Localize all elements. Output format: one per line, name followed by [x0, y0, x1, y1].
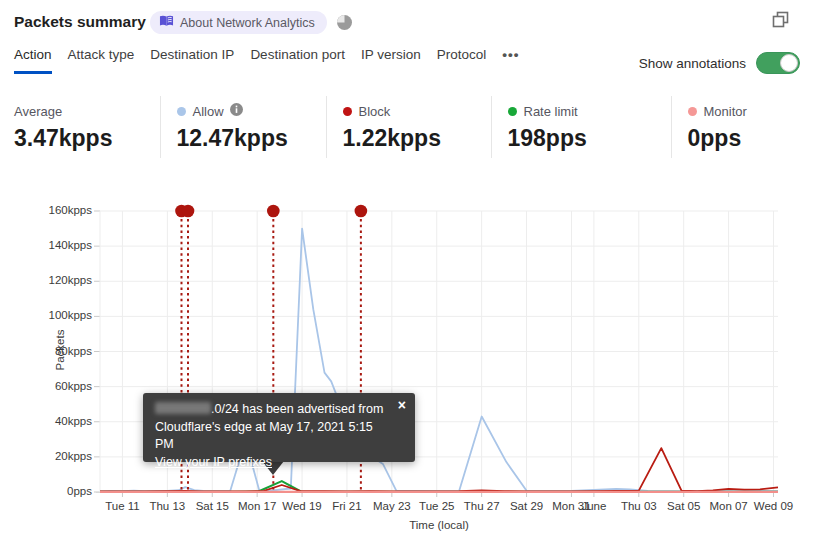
x-axis-title: Time (local)	[389, 519, 489, 531]
y-tick-label: 160kpps	[0, 204, 92, 216]
y-tick-label: 20kpps	[0, 450, 92, 462]
y-tick-label: 0pps	[0, 485, 92, 497]
annotation-tooltip: × .0/24 has been advertised from Cloudfl…	[143, 393, 415, 462]
annotation-dot[interactable]	[267, 205, 280, 218]
y-tick-label: 100kpps	[0, 309, 92, 321]
annotation-dot[interactable]	[182, 205, 195, 218]
redacted-ip-prefix	[155, 402, 211, 414]
annotation-dot[interactable]	[355, 205, 368, 218]
y-tick-label: 80kpps	[0, 345, 92, 357]
y-tick-label: 140kpps	[0, 239, 92, 251]
view-ip-prefixes-link[interactable]: View your IP prefixes	[155, 455, 272, 469]
y-tick-label: 120kpps	[0, 274, 92, 286]
y-tick-label: 60kpps	[0, 380, 92, 392]
tooltip-line1: .0/24 has been advertised from	[211, 402, 383, 416]
y-tick-label: 40kpps	[0, 415, 92, 427]
close-icon[interactable]: ×	[398, 397, 406, 415]
x-tick-label: Wed 09	[743, 500, 805, 512]
packets-chart[interactable]	[0, 0, 816, 545]
tooltip-line2: Cloudflare's edge at May 17, 2021 5:15 P…	[155, 420, 373, 452]
